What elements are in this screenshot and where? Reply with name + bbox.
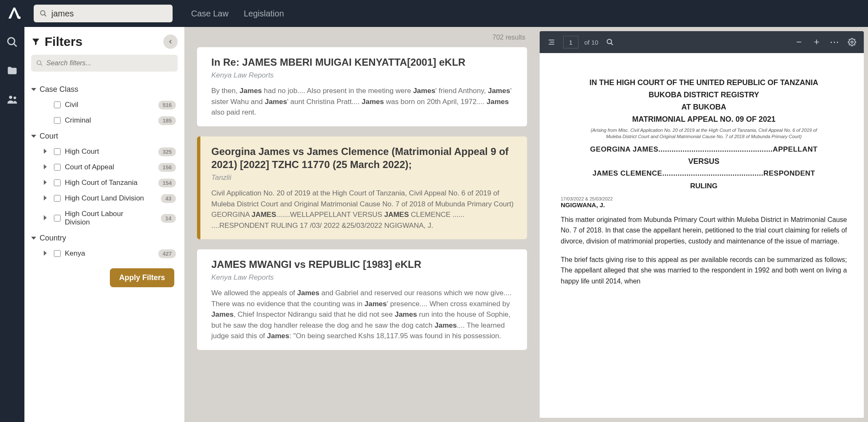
app-logo[interactable] — [5, 4, 24, 23]
filters-collapse-button[interactable] — [163, 35, 178, 49]
filter-item[interactable]: Civil516 — [40, 97, 178, 113]
result-source: Kenya Law Reports — [211, 71, 516, 80]
filter-checkbox[interactable] — [54, 250, 61, 257]
filter-item[interactable]: High Court Labour Division14 — [40, 206, 178, 230]
search-input[interactable] — [51, 9, 167, 19]
filter-count-badge: 325 — [158, 147, 176, 156]
svg-line-8 — [40, 64, 42, 66]
result-title: In Re: JAMES MBERI MUIGAI KENYATTA[2001]… — [211, 56, 516, 69]
filter-count-badge: 185 — [158, 116, 176, 125]
filter-checkbox[interactable] — [54, 215, 61, 222]
filter-label: Criminal — [65, 116, 91, 125]
zoom-in-icon[interactable]: + — [811, 36, 823, 48]
filter-count-badge: 154 — [158, 179, 176, 187]
settings-icon[interactable] — [846, 36, 858, 48]
chevron-down-icon — [31, 88, 36, 91]
filter-label: High Court — [65, 147, 99, 156]
doc-arising: (Arising from Misc. Civil Application No… — [586, 127, 822, 140]
svg-line-2 — [44, 14, 46, 16]
filter-checkbox[interactable] — [54, 179, 61, 186]
global-search[interactable] — [34, 5, 173, 22]
svg-point-5 — [9, 96, 13, 99]
doc-body[interactable]: IN THE HIGH COURT OF THE UNITED REPUBLIC… — [540, 53, 864, 418]
chevron-right-icon — [44, 179, 50, 187]
filter-count-badge: 156 — [158, 163, 176, 172]
filter-count-badge: 43 — [161, 194, 176, 203]
svg-point-6 — [13, 96, 16, 99]
filter-group-label: Case Class — [40, 85, 78, 94]
filter-count-badge: 427 — [158, 249, 176, 258]
filter-item[interactable]: Court of Appeal156 — [40, 160, 178, 175]
filter-search[interactable] — [31, 55, 178, 72]
filter-icon — [31, 37, 40, 46]
result-snippet: Civil Application No. 20 of 2019 at the … — [211, 188, 516, 231]
top-nav: Case Law Legislation — [191, 9, 284, 19]
filter-group-header[interactable]: Court — [31, 128, 178, 144]
doc-ruling-title: RULING — [561, 182, 847, 190]
page-total: of 10 — [584, 39, 598, 46]
filter-checkbox[interactable] — [54, 195, 61, 202]
svg-point-12 — [607, 39, 612, 44]
filter-item[interactable]: High Court325 — [40, 144, 178, 160]
filter-count-badge: 14 — [161, 214, 176, 223]
doc-paragraph: The brief facts giving rise to this appe… — [561, 254, 847, 287]
zoom-out-icon[interactable]: − — [793, 36, 805, 48]
rail-search-icon[interactable] — [5, 35, 19, 49]
result-snippet: We allowed the appeals of James and Gabr… — [211, 288, 516, 342]
apply-filters-button[interactable]: Apply Filters — [110, 268, 174, 287]
nav-legislation[interactable]: Legislation — [244, 9, 284, 19]
topbar: Case Law Legislation — [0, 0, 868, 27]
filter-checkbox[interactable] — [54, 101, 61, 108]
filter-group-header[interactable]: Case Class — [31, 82, 178, 97]
rail-folder-icon[interactable] — [5, 64, 19, 77]
search-icon — [36, 60, 43, 67]
filter-label: Court of Appeal — [65, 163, 114, 171]
result-source: Tanzlii — [211, 174, 516, 182]
doc-case-number: MATRIMONIAL APPEAL NO. 09 OF 2021 — [561, 115, 847, 124]
doc-paragraph: This matter originated from Mubunda Prim… — [561, 214, 847, 247]
svg-point-0 — [18, 16, 21, 19]
filter-label: Civil — [65, 101, 78, 109]
more-icon[interactable]: ⋯ — [828, 36, 840, 48]
filter-checkbox[interactable] — [54, 164, 61, 171]
result-card[interactable]: In Re: JAMES MBERI MUIGAI KENYATTA[2001]… — [197, 47, 527, 126]
svg-line-4 — [14, 44, 17, 47]
filter-label: High Court Labour Division — [65, 210, 145, 227]
filter-group-label: Court — [40, 132, 58, 141]
doc-respondent: JAMES CLEMENCE..........................… — [561, 169, 847, 178]
svg-point-7 — [37, 61, 41, 64]
filter-label: High Court Land Division — [65, 194, 144, 203]
outline-icon[interactable] — [546, 36, 557, 48]
filter-item[interactable]: Kenya427 — [40, 246, 178, 262]
filter-search-input[interactable] — [46, 59, 173, 67]
chevron-right-icon — [44, 195, 50, 202]
filter-checkbox[interactable] — [54, 117, 61, 124]
doc-search-icon[interactable] — [604, 36, 616, 48]
filter-checkbox[interactable] — [54, 148, 61, 155]
rail-people-icon[interactable] — [5, 93, 19, 106]
filter-label: Kenya — [65, 249, 85, 258]
filter-item[interactable]: Criminal185 — [40, 113, 178, 128]
left-rail — [0, 27, 24, 422]
filter-item[interactable]: High Court of Tanzania154 — [40, 175, 178, 191]
filter-label: High Court of Tanzania — [65, 179, 138, 187]
doc-dates: 17/03/2022 & 25/03/2022 — [561, 196, 847, 201]
result-title: JAMES MWANGI vs REPUBLIC [1983] eKLR — [211, 258, 516, 271]
doc-versus: VERSUS — [561, 157, 847, 166]
chevron-right-icon — [44, 250, 50, 257]
chevron-down-icon — [31, 237, 36, 240]
search-icon — [40, 10, 47, 17]
filter-item[interactable]: High Court Land Division43 — [40, 191, 178, 206]
filter-group-header[interactable]: Country — [31, 230, 178, 246]
doc-location: AT BUKOBA — [561, 103, 847, 112]
nav-case-law[interactable]: Case Law — [191, 9, 229, 19]
filter-count-badge: 516 — [158, 101, 176, 110]
filter-group-label: Country — [40, 234, 66, 243]
result-card[interactable]: JAMES MWANGI vs REPUBLIC [1983] eKLRKeny… — [197, 249, 527, 350]
result-card[interactable]: Georgina James vs James Clemence (Matrim… — [197, 136, 527, 239]
doc-court-name: IN THE HIGH COURT OF THE UNITED REPUBLIC… — [561, 78, 847, 87]
document-viewer: 1 of 10 − + ⋯ IN THE HIGH COURT OF THE U… — [540, 27, 868, 422]
page-input[interactable]: 1 — [563, 36, 578, 48]
svg-point-1 — [40, 11, 45, 15]
svg-line-13 — [611, 43, 613, 45]
